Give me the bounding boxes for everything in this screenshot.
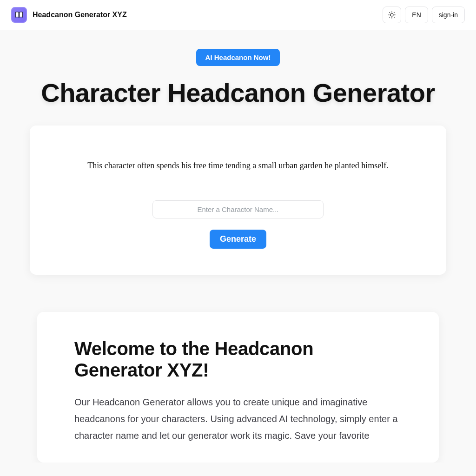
svg-line-5 bbox=[390, 12, 390, 13]
welcome-body: Our Headcanon Generator allows you to cr… bbox=[74, 394, 402, 444]
svg-point-0 bbox=[390, 13, 393, 16]
hero-section: AI Headcanon Now! Character Headcanon Ge… bbox=[0, 30, 476, 107]
svg-line-8 bbox=[394, 12, 395, 13]
svg-line-7 bbox=[390, 17, 390, 18]
page-title: Character Headcanon Generator bbox=[11, 79, 465, 107]
svg-line-6 bbox=[394, 17, 395, 18]
sign-in-button[interactable]: sign-in bbox=[432, 7, 465, 23]
welcome-heading: Welcome to the Headcanon Generator XYZ! bbox=[74, 338, 402, 381]
sun-icon bbox=[388, 11, 396, 19]
ai-headcanon-now-button[interactable]: AI Headcanon Now! bbox=[196, 49, 280, 66]
book-open-icon bbox=[14, 10, 24, 20]
character-name-input[interactable] bbox=[152, 200, 324, 218]
language-button[interactable]: EN bbox=[405, 7, 428, 23]
logo-icon bbox=[11, 7, 27, 23]
generator-card: This character often spends his free tim… bbox=[30, 126, 446, 275]
generate-button[interactable]: Generate bbox=[210, 230, 266, 249]
theme-toggle-button[interactable] bbox=[383, 7, 401, 23]
site-header: Headcanon Generator XYZ EN sign-in bbox=[0, 0, 476, 30]
app-title[interactable]: Headcanon Generator XYZ bbox=[33, 11, 127, 19]
sample-headcanon-text: This character often spends his free tim… bbox=[58, 161, 418, 171]
welcome-card: Welcome to the Headcanon Generator XYZ! … bbox=[37, 312, 439, 463]
header-right: EN sign-in bbox=[383, 7, 465, 23]
header-left: Headcanon Generator XYZ bbox=[11, 7, 127, 23]
